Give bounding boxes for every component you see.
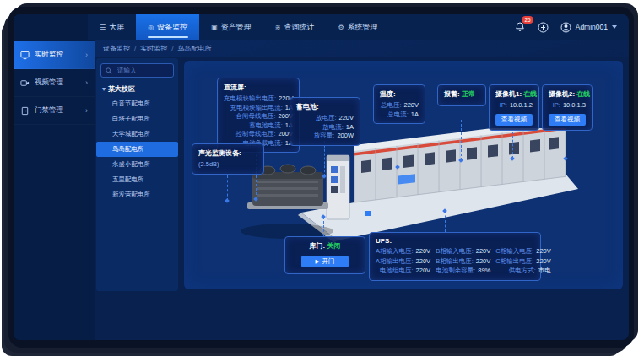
notification-badge: 25 xyxy=(522,16,533,24)
device-frame: ☰ 大屏 ◎ 设备监控 ▣ 资产管理 ≋ 查询统计 ⚙ 系统管理 25 xyxy=(8,7,634,348)
camera2-status: 在线 xyxy=(576,90,590,98)
notification-bell-icon[interactable]: 25 xyxy=(513,20,527,34)
door-icon xyxy=(20,106,30,116)
nav-tab-query-statistics[interactable]: ≋ 查询统计 xyxy=(263,14,327,40)
sound-monitor-panel: 声光监测设备: (2.5dB) xyxy=(192,143,264,175)
chevron-right-icon: › xyxy=(85,78,88,87)
dc-screen-panel: 直流屏: 充电模块输出电压:220V充电模块输出电流:1A合闸母线电压:200V… xyxy=(217,78,300,153)
battery-panel: 蓄电池: 放电压:220V放电流:1A放容量:200W xyxy=(290,97,360,146)
nav-tab-label: 资产管理 xyxy=(221,22,252,33)
content-area: 直流屏: 充电模块输出电压:220V充电模块输出电流:1A合闸母线电压:200V… xyxy=(181,57,627,340)
open-door-button[interactable]: ▶ 开门 xyxy=(301,256,349,267)
user-menu[interactable]: Admin001 xyxy=(560,22,617,33)
panel-title: 蓄电池: xyxy=(296,102,354,111)
data-row: 供电方式:市电 xyxy=(495,267,551,276)
data-row: A相输出电压:220V xyxy=(376,257,430,267)
connector-line xyxy=(324,141,325,176)
data-row: 总电流:1A xyxy=(380,111,419,120)
chevron-right-icon: › xyxy=(85,106,88,115)
tree-item[interactable]: 新发营配电所 xyxy=(100,187,174,202)
nav-tab-device-monitoring[interactable]: ◎ 设备监控 xyxy=(136,14,199,40)
alarm-status: 正常 xyxy=(462,90,475,98)
nav-tab-label: 查询统计 xyxy=(284,22,314,33)
tree-search-input[interactable] xyxy=(116,66,169,75)
panel-title: 报警: 正常 xyxy=(444,89,479,99)
nav-tab-dashboard[interactable]: ☰ 大屏 xyxy=(88,14,136,40)
asset-icon: ▣ xyxy=(211,24,218,31)
nav-tab-label: 系统管理 xyxy=(348,22,378,33)
data-row: B相输入电压:220V xyxy=(436,247,490,256)
sidebar-item-video-management[interactable]: 视频管理 › xyxy=(14,69,95,97)
data-row: 控制母线电压:200V xyxy=(224,130,293,139)
data-row: 蓄电池电流:1A xyxy=(224,121,293,131)
screenshot-stage: ☰ 大屏 ◎ 设备监控 ▣ 资产管理 ≋ 查询统计 ⚙ 系统管理 25 xyxy=(0,0,644,356)
tree-item[interactable]: 五里配电所 xyxy=(100,172,174,187)
user-avatar-icon xyxy=(560,22,571,33)
open-door-icon: ▶ xyxy=(316,258,320,265)
tree-root-node[interactable]: ▾某大校区 xyxy=(102,84,172,94)
view-video-button[interactable]: 查看视频 xyxy=(549,114,586,126)
video-icon xyxy=(20,78,30,88)
camera1-panel: 摄像机1: 在线 IP:10.0.1.2 查看视频 xyxy=(489,84,539,131)
breadcrumb-item[interactable]: 实时监控 xyxy=(140,44,167,53)
chevron-down-icon xyxy=(612,25,617,29)
data-row: C相输出电压:220V xyxy=(495,257,551,267)
tree-item-list: 白音节配电所白塔子配电所大学城配电所鸟岛配电所永盛小配电所五里配电所新发营配电所 xyxy=(100,96,174,202)
view-video-button[interactable]: 查看视频 xyxy=(495,114,533,126)
username: Admin001 xyxy=(576,23,608,31)
tree-collapse-icon[interactable]: ▾ xyxy=(102,85,106,93)
panel-title: 声光监测设备: xyxy=(198,148,257,158)
data-row: 总电压:220V xyxy=(380,101,419,111)
stats-icon: ≋ xyxy=(275,24,281,31)
data-row: 放容量:200W xyxy=(296,132,354,141)
dashboard-icon: ☰ xyxy=(100,24,106,31)
breadcrumb-item[interactable]: 设备监控 xyxy=(103,44,130,53)
data-row: 电池剩余容量:89% xyxy=(436,267,490,276)
tree-item[interactable]: 白音节配电所 xyxy=(100,96,174,111)
connector-line xyxy=(227,175,228,201)
search-icon xyxy=(106,67,112,74)
panel-title: UPS: xyxy=(376,237,534,245)
monitor-icon: ◎ xyxy=(148,24,154,31)
panel-title: 摄像机2: 在线 xyxy=(549,89,586,99)
connector-line xyxy=(323,217,324,236)
nav-tab-system-management[interactable]: ⚙ 系统管理 xyxy=(326,14,389,40)
sidebar-item-label: 视频管理 xyxy=(35,78,63,88)
data-row: 电池组电压:220V xyxy=(376,267,430,276)
door-panel: 库门: 关闭 ▶ 开门 xyxy=(284,236,365,274)
sound-value: (2.5dB) xyxy=(198,160,219,170)
breadcrumb: 设备监控 / 实时监控 / 鸟岛配电所 xyxy=(95,40,629,57)
tree-item[interactable]: 白塔子配电所 xyxy=(100,111,174,127)
app-window: ☰ 大屏 ◎ 设备监控 ▣ 资产管理 ≋ 查询统计 ⚙ 系统管理 25 xyxy=(14,14,629,340)
data-row: 放电流:1A xyxy=(296,123,354,132)
tree-item[interactable]: 鸟岛配电所 xyxy=(96,142,178,157)
logo-area xyxy=(14,14,88,40)
tree-search xyxy=(100,63,174,78)
connector-line xyxy=(461,120,462,160)
panel-title: 温度: xyxy=(380,89,419,99)
connector-line xyxy=(566,132,566,159)
panel-title: 摄像机1: 在线 xyxy=(495,89,533,99)
data-row: 充电模块输出电压:220V xyxy=(224,94,293,104)
chevron-right-icon: › xyxy=(85,51,88,59)
connector-line xyxy=(512,132,513,159)
fullscreen-icon[interactable] xyxy=(537,20,550,34)
camera1-ip-row: IP:10.0.1.2 xyxy=(495,101,533,111)
sidebar-item-realtime-monitoring[interactable]: 实时监控 › xyxy=(14,41,95,69)
sidebar-item-access-control[interactable]: 门禁管理 › xyxy=(14,97,95,125)
navbar-right: 25 Admin001 xyxy=(513,14,629,40)
tree-item[interactable]: 永盛小配电所 xyxy=(100,157,174,172)
alarm-panel: 报警: 正常 xyxy=(437,84,486,106)
top-navbar: ☰ 大屏 ◎ 设备监控 ▣ 资产管理 ≋ 查询统计 ⚙ 系统管理 25 xyxy=(14,14,629,40)
realtime-monitor-icon xyxy=(20,51,30,60)
camera2-panel: 摄像机2: 在线 IP:10.0.1.3 查看视频 xyxy=(542,84,593,131)
nav-tab-asset-management[interactable]: ▣ 资产管理 xyxy=(199,14,263,40)
connector-line xyxy=(445,211,446,232)
temperature-panel: 温度: 总电压:220V总电流:1A xyxy=(373,84,425,124)
gear-icon: ⚙ xyxy=(338,24,344,31)
camera2-ip-row: IP:10.0.1.3 xyxy=(549,101,586,111)
door-status-line: 库门: 关闭 xyxy=(291,241,359,251)
breadcrumb-item-current: 鸟岛配电所 xyxy=(177,44,211,53)
station-tree-panel: ▾某大校区 白音节配电所白塔子配电所大学城配电所鸟岛配电所永盛小配电所五里配电所… xyxy=(96,58,178,291)
tree-item[interactable]: 大学城配电所 xyxy=(100,127,174,142)
